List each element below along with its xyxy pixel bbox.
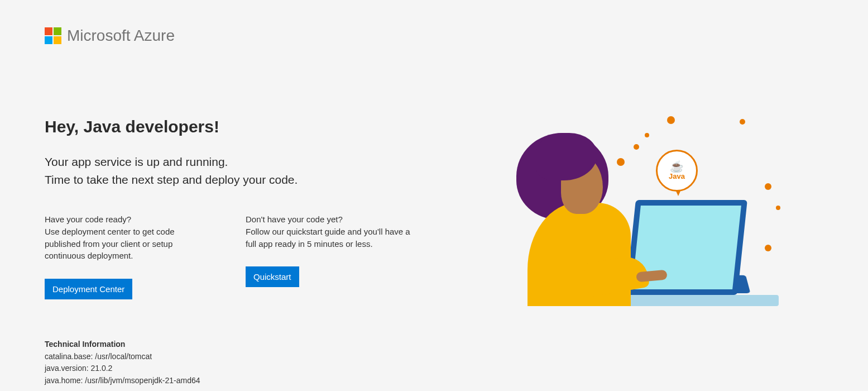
quickstart-option: Don't have your code yet? Follow our qui… (246, 213, 413, 299)
sub-heading: Your app service is up and running. Time… (45, 153, 447, 188)
deployment-option: Have your code ready? Use deployment cen… (45, 213, 212, 299)
left-column: Microsoft Azure Hey, Java developers! Yo… (45, 27, 447, 387)
page-heading: Hey, Java developers! (45, 117, 447, 136)
developer-illustration: ☕ Java (511, 105, 801, 306)
tech-line-java-version: java.version: 21.0.2 (45, 363, 447, 375)
deployment-desc: Use deployment center to get code publis… (45, 227, 175, 261)
deployment-center-button[interactable]: Deployment Center (45, 279, 132, 299)
brand-logo-row: Microsoft Azure (45, 27, 447, 45)
java-speech-bubble: ☕ Java (656, 150, 698, 192)
quickstart-button[interactable]: Quickstart (246, 266, 299, 287)
subhead-line-2: Time to take the next step and deploy yo… (45, 171, 447, 189)
quickstart-question: Don't have your code yet? (246, 214, 343, 224)
brand-text: Microsoft Azure (67, 27, 175, 45)
quickstart-option-text: Don't have your code yet? Follow our qui… (246, 213, 413, 250)
java-label: Java (669, 172, 685, 180)
subhead-line-1: Your app service is up and running. (45, 153, 447, 171)
deployment-option-text: Have your code ready? Use deployment cen… (45, 213, 212, 262)
technical-information-title: Technical Information (45, 338, 447, 351)
page-container: Microsoft Azure Hey, Java developers! Yo… (0, 0, 868, 391)
tech-line-catalina-base: catalina.base: /usr/local/tomcat (45, 351, 447, 363)
technical-information: Technical Information catalina.base: /us… (45, 338, 447, 387)
option-columns: Have your code ready? Use deployment cen… (45, 213, 447, 299)
tech-line-java-home: java.home: /usr/lib/jvm/msopenjdk-21-amd… (45, 375, 447, 387)
deployment-question: Have your code ready? (45, 214, 131, 224)
microsoft-logo-icon (45, 27, 61, 44)
java-cup-icon: ☕ (670, 161, 684, 172)
quickstart-desc: Follow our quickstart guide and you'll h… (246, 227, 410, 249)
right-column: ☕ Java (511, 27, 823, 387)
